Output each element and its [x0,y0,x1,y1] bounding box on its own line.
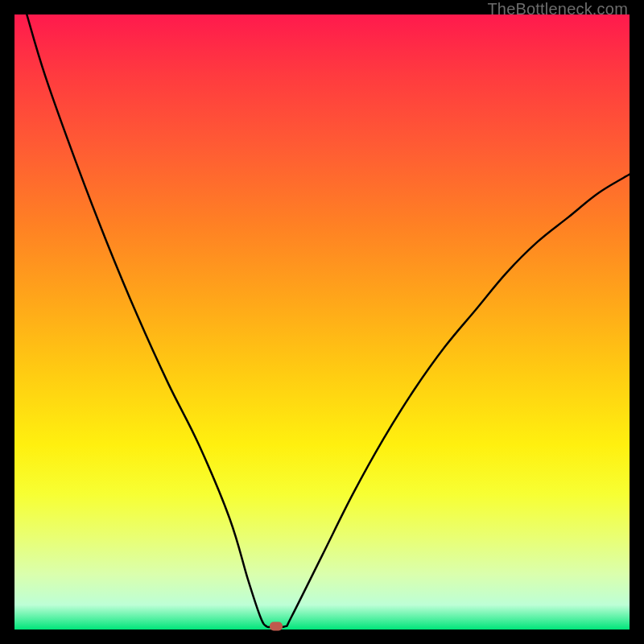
chart-plot-area [14,14,630,630]
watermark-label: TheBottleneck.com [487,0,628,19]
